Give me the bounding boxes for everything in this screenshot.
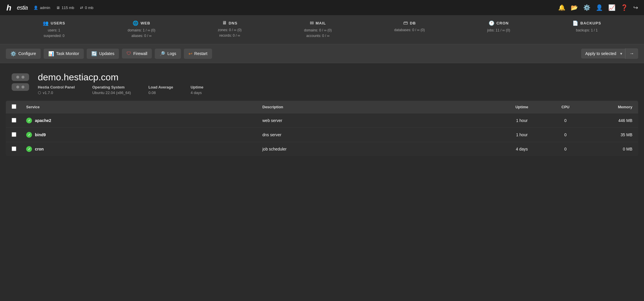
firewall-button[interactable]: 🛡 Firewall (122, 49, 152, 59)
row-checkbox-cron[interactable] (12, 146, 26, 152)
os-label: Operating System (92, 85, 131, 89)
memory-info: 🖥 115 mb (56, 6, 74, 10)
db-values: databases: 0 / ∞ (0) (394, 27, 425, 33)
memory-cron: 0 MB (586, 147, 632, 151)
check-icon-bind9 (28, 133, 31, 137)
uptime-bind9: 1 hour (499, 132, 545, 137)
bell-icon[interactable]: 🔔 (558, 4, 565, 11)
backups-values: backups: 1 / 1 (572, 28, 601, 33)
stats-web[interactable]: 🌐 WEB domains: 1 / ∞ (0) aliases: 0 / ∞ (128, 20, 155, 39)
toolbar: ⚙️ Configure 📊 Task Monitor 🔄 Updates 🛡 … (0, 44, 644, 63)
server-meta: Hestia Control Panel ⬡ v1.7.0 Operating … (38, 85, 203, 95)
service-apache2: apache2 (26, 118, 262, 123)
apply-dropdown[interactable]: Apply to selected (581, 49, 625, 59)
account-icon[interactable]: 👤 (596, 4, 603, 11)
uptime-label: Uptime (191, 85, 203, 89)
status-dot-apache2 (26, 118, 32, 123)
restart-button[interactable]: ↩ Restart (184, 49, 212, 59)
firewall-label: Firewall (133, 51, 147, 56)
configure-button[interactable]: ⚙️ Configure (6, 49, 41, 59)
uptime-apache2: 1 hour (499, 118, 545, 123)
row-checkbox-apache2[interactable] (12, 118, 26, 123)
memory-apache2: 446 MB (586, 118, 632, 123)
restart-icon: ↩ (188, 51, 192, 56)
configure-label: Configure (18, 51, 36, 56)
rack-dot-1 (16, 76, 19, 79)
status-dot-cron (26, 146, 32, 152)
rack-dot-2 (22, 76, 24, 79)
backups-icon: 📄 (572, 20, 579, 26)
row-checkbox-bind9[interactable] (12, 132, 26, 138)
apply-to-selected-wrap: Apply to selected → (581, 48, 638, 59)
stats-backups[interactable]: 📄 BACKUPS backups: 1 / 1 (572, 20, 601, 39)
cp-label: Hestia Control Panel (38, 85, 75, 89)
service-bind9: bind9 (26, 132, 262, 138)
stats-bar: 👥 USERS users: 1 suspended: 0 🌐 WEB doma… (0, 15, 644, 44)
load-value: 0.08 (148, 91, 173, 95)
configure-icon: ⚙️ (10, 51, 16, 56)
apply-select[interactable]: Apply to selected (581, 49, 625, 59)
server-hostname: demo.hestiacp.com (38, 72, 203, 83)
help-icon[interactable]: ❓ (621, 4, 628, 11)
os-value: Ubuntu 22.04 (x86_64) (92, 91, 131, 95)
folder-icon[interactable]: 📂 (571, 4, 578, 11)
server-rack-bottom (12, 83, 29, 91)
check-icon-cron (28, 147, 31, 151)
status-dot-bind9 (26, 132, 32, 138)
os-info: Operating System Ubuntu 22.04 (x86_64) (92, 85, 131, 95)
svg-text:h: h (6, 3, 11, 12)
stats-users[interactable]: 👥 USERS users: 1 suspended: 0 (43, 20, 65, 39)
taskmonitor-button[interactable]: 📊 Task Monitor (44, 49, 84, 59)
user-icon: 👤 (33, 6, 38, 10)
server-details: demo.hestiacp.com Hestia Control Panel ⬡… (38, 72, 203, 95)
select-all-checkbox[interactable] (12, 104, 16, 109)
stats-dns[interactable]: 🖥 DNS zones: 0 / ∞ (0) records: 0 / ∞ (218, 20, 242, 39)
memory-value: 115 mb (62, 6, 74, 10)
checkbox-cron[interactable] (12, 146, 16, 151)
check-icon-apache2 (28, 119, 31, 123)
header-description: Description (262, 105, 499, 109)
chart-icon[interactable]: 📈 (608, 4, 615, 11)
cp-version: ⬡ v1.7.0 (38, 91, 75, 95)
users-values: users: 1 suspended: 0 (43, 28, 65, 39)
logo[interactable]: h estia (6, 2, 28, 13)
table-row: bind9 dns server 1 hour 0 35 MB (6, 128, 638, 142)
transfer-info: ⇄ 0 mb (80, 6, 93, 10)
uptime-cron: 4 days (499, 147, 545, 151)
dns-icon: 🖥 (222, 20, 227, 26)
server-info: demo.hestiacp.com Hestia Control Panel ⬡… (0, 63, 644, 101)
stats-db[interactable]: 🗃 DB databases: 0 / ∞ (0) (394, 20, 425, 39)
service-cron: cron (26, 146, 262, 152)
stats-mail[interactable]: ✉ MAIL domains: 0 / ∞ (0) accounts: 0 / … (304, 20, 332, 39)
nav-icons: 🔔 📂 ⚙️ 👤 📈 ❓ ↪ (558, 4, 638, 11)
table-header: Service Description Uptime CPU Memory (6, 101, 638, 113)
services-table: Service Description Uptime CPU Memory ap… (6, 101, 638, 156)
service-name-cron: cron (35, 147, 44, 151)
updates-icon: 🔄 (91, 51, 97, 56)
uptime-info: Uptime 4 days (191, 85, 203, 95)
restart-label: Restart (194, 51, 207, 56)
service-name-apache2: apache2 (35, 118, 51, 123)
logs-button[interactable]: 🔎 Logs (155, 49, 181, 59)
apply-arrow-button[interactable]: → (625, 48, 638, 59)
table-row: cron job scheduler 4 days 0 0 MB (6, 142, 638, 156)
logout-icon[interactable]: ↪ (633, 4, 638, 11)
username: admin (40, 6, 50, 10)
checkbox-bind9[interactable] (12, 132, 16, 137)
gear-icon[interactable]: ⚙️ (583, 4, 590, 11)
mail-values: domains: 0 / ∞ (0) accounts: 0 / ∞ (304, 28, 332, 39)
desc-bind9: dns server (262, 132, 499, 137)
desc-cron: job scheduler (262, 147, 499, 151)
taskmonitor-icon: 📊 (48, 51, 54, 56)
updates-button[interactable]: 🔄 Updates (87, 49, 119, 59)
transfer-value: 0 mb (85, 6, 93, 10)
topnav: h estia 👤 admin 🖥 115 mb ⇄ 0 mb 🔔 📂 ⚙️ 👤… (0, 0, 644, 15)
load-info: Load Average 0.08 (148, 85, 173, 95)
web-values: domains: 1 / ∞ (0) aliases: 0 / ∞ (128, 28, 155, 39)
cp-info: Hestia Control Panel ⬡ v1.7.0 (38, 85, 75, 95)
checkbox-apache2[interactable] (12, 118, 16, 123)
server-rack-top (12, 73, 29, 81)
taskmonitor-label: Task Monitor (56, 51, 79, 56)
stats-cron[interactable]: 🕐 CRON jobs: 11 / ∞ (0) (487, 20, 510, 39)
memory-icon: 🖥 (56, 6, 60, 10)
